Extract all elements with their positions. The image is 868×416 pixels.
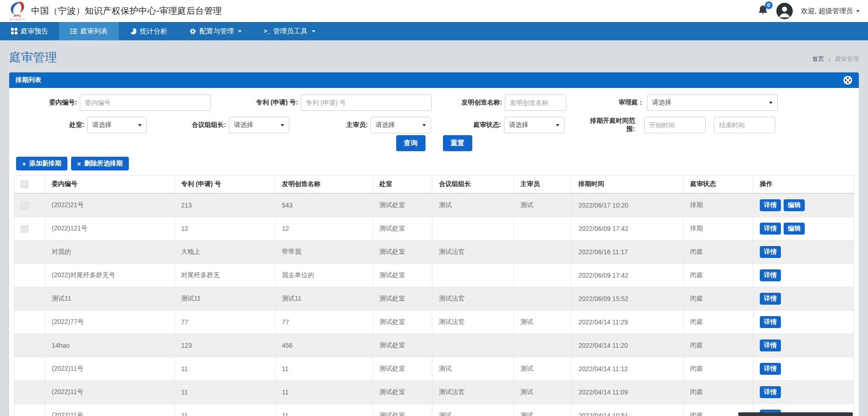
detail-button[interactable]: 详情 — [760, 386, 781, 398]
department-select[interactable]: 请选择 — [87, 117, 147, 133]
page-content: 庭审管理 首页 / 庭审管理 排期列表 委内编号: — [0, 40, 868, 416]
nav-item-trial-preview[interactable]: 庭审预告 — [0, 22, 59, 40]
nav-item-statistics[interactable]: 统计分析 — [119, 22, 178, 40]
detail-button[interactable]: 详情 — [760, 269, 781, 281]
cell-schedule-time: 2022/04/14 11:12 — [572, 357, 684, 381]
notifications-button[interactable]: 0 — [758, 5, 768, 17]
chevron-down-icon — [556, 124, 559, 126]
table-row: (2022)11号 11 11 测试处室 测试法官 测试 2022/04/14 … — [14, 381, 854, 404]
cell-invention-name: 测试11 — [275, 287, 373, 311]
nav-item-admin-tools[interactable]: >_ 管理员工具 — [253, 22, 326, 40]
user-menu[interactable]: 欢迎, 超级管理员 — [801, 7, 860, 16]
invention-name-input[interactable] — [505, 94, 566, 111]
gear-icon — [189, 28, 196, 35]
trial-status-select[interactable]: 请选择 — [504, 117, 564, 133]
main-nav: 庭审预告 庭审列表 统计分析 配置与管理 >_ 管理员工具 — [0, 22, 868, 40]
cell-chief-judge: 测试 — [514, 404, 572, 416]
case-no-label: 委内编号: — [36, 99, 77, 107]
chief-judge-select[interactable]: 请选择 — [370, 117, 431, 133]
department-label: 处室: — [36, 121, 84, 129]
cell-invention-name: 11 — [275, 381, 373, 404]
status-badge: 闭庭 — [684, 287, 753, 311]
top-header: IPPC 知识产权保护中心 中国（宁波）知识产权保护中心-审理庭后台管理 0 欢… — [0, 0, 868, 22]
status-badge: 闭庭 — [684, 264, 753, 287]
breadcrumb-separator: / — [829, 56, 830, 63]
detail-button[interactable]: 详情 — [760, 316, 781, 328]
cell-department: 测试处室 — [373, 404, 432, 416]
cell-department: 测试处室 — [373, 217, 432, 241]
close-icon: × — [77, 160, 81, 168]
cell-patent-no: 测试11 — [174, 287, 275, 311]
filter-row-1: 委内编号: 专利 (申请) 号: 发明创造名称: 审理庭： 请选择 — [14, 94, 854, 111]
search-button[interactable]: 查询 — [396, 135, 426, 151]
row-checkbox[interactable] — [21, 202, 28, 209]
end-time-input[interactable] — [714, 117, 775, 133]
edit-button[interactable]: 编辑 — [784, 199, 805, 211]
cell-panel-leader: 测试法官 — [432, 287, 514, 311]
cell-schedule-time: 2022/04/14 10:51 — [572, 404, 684, 416]
cell-patent-no: 123 — [174, 334, 275, 357]
cell-patent-no: 对尾纤多群无 — [174, 264, 275, 287]
cell-panel-leader: 测试法官 — [432, 241, 514, 264]
select-all-checkbox[interactable] — [21, 181, 28, 188]
cell-case-no: 14hao — [45, 334, 174, 357]
nav-label: 统计分析 — [140, 27, 167, 36]
cell-panel-leader: 测试 — [432, 404, 514, 416]
case-no-input[interactable] — [80, 94, 211, 111]
status-badge: 闭庭 — [684, 334, 753, 357]
court-select[interactable]: 请选择 — [647, 94, 778, 111]
cell-chief-judge: 测试 — [514, 193, 572, 217]
cell-case-no: 测试11 — [45, 287, 174, 311]
row-checkbox[interactable] — [21, 225, 28, 233]
chevron-down-icon — [422, 124, 426, 126]
nav-item-trial-list[interactable]: 庭审列表 — [59, 22, 119, 40]
cell-case-no: (2022)21号 — [45, 193, 174, 217]
reset-button[interactable]: 重置 — [443, 135, 472, 151]
terminal-icon: >_ — [264, 28, 270, 35]
horizontal-scrollbar-thumb[interactable] — [738, 412, 853, 416]
cell-patent-no: 11 — [174, 381, 275, 404]
col-panel-leader: 合议组组长 — [432, 175, 514, 194]
col-case-no: 委内编号 — [45, 175, 174, 194]
cell-invention-name: 456 — [275, 334, 373, 357]
cell-chief-judge — [514, 241, 572, 264]
cell-invention-name: 带带我 — [275, 241, 373, 264]
avatar[interactable] — [776, 3, 793, 19]
detail-button[interactable]: 详情 — [760, 293, 781, 305]
edit-button[interactable]: 编辑 — [784, 223, 805, 235]
court-label: 审理庭： — [610, 99, 644, 107]
cell-department: 测试处室 — [373, 311, 432, 334]
chevron-down-icon — [856, 10, 860, 12]
patent-no-input[interactable] — [301, 94, 432, 111]
detail-button[interactable]: 详情 — [760, 246, 781, 258]
cell-panel-leader: 测试法官 — [432, 311, 514, 334]
detail-button[interactable]: 详情 — [760, 199, 781, 211]
detail-button[interactable]: 详情 — [760, 339, 781, 351]
trial-status-label: 庭审状态: — [466, 121, 501, 129]
start-time-input[interactable] — [644, 117, 706, 133]
cell-department: 测试处室 — [373, 264, 432, 287]
nav-label: 庭审预告 — [21, 27, 48, 36]
cell-department: 测试处室 — [373, 287, 432, 311]
panel-leader-select[interactable]: 请选择 — [229, 117, 289, 133]
cell-department: 测试处室 — [373, 241, 432, 264]
cell-panel-leader: 测试 — [432, 193, 514, 217]
nav-item-configuration[interactable]: 配置与管理 — [178, 22, 253, 40]
court-select-value: 请选择 — [652, 99, 671, 107]
breadcrumb-home[interactable]: 首页 — [812, 55, 824, 63]
delete-selected-label: 删除所选排期 — [84, 159, 123, 168]
status-badge: 闭庭 — [684, 241, 753, 264]
patent-no-label: 专利 (申请) 号: — [238, 99, 298, 107]
cell-patent-no: 11 — [174, 357, 275, 381]
cell-patent-no: 大晚上 — [174, 241, 275, 264]
add-schedule-button[interactable]: + 添加新排期 — [16, 157, 67, 170]
collapse-expand-icon[interactable] — [843, 76, 852, 85]
app-title: 中国（宁波）知识产权保护中心-审理庭后台管理 — [31, 5, 222, 17]
table-row: 14hao 123 456 测试处室 2022/04/14 11:20 闭庭 详… — [14, 334, 854, 357]
delete-selected-button[interactable]: × 删除所选排期 — [71, 157, 129, 170]
col-department: 处室 — [373, 175, 432, 194]
cell-chief-judge — [514, 217, 572, 241]
cell-panel-leader — [432, 264, 514, 287]
detail-button[interactable]: 详情 — [760, 363, 781, 375]
detail-button[interactable]: 详情 — [760, 223, 781, 235]
